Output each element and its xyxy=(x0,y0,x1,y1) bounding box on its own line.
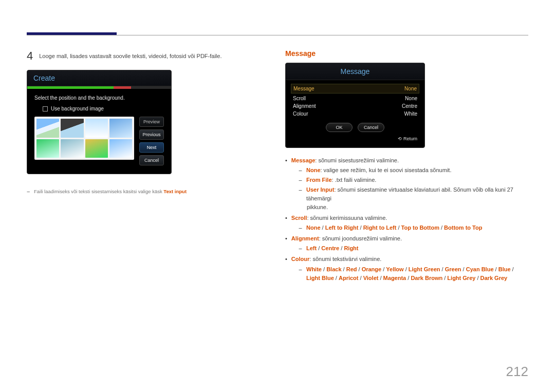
scroll-row[interactable]: Scroll None xyxy=(293,95,417,102)
row-value: Centre xyxy=(402,103,417,109)
return-button[interactable]: Return xyxy=(293,136,417,141)
create-panel-title: Create xyxy=(27,70,171,86)
row-label: Scroll xyxy=(293,96,306,101)
row-value: None xyxy=(404,86,417,91)
ok-button[interactable]: OK xyxy=(326,123,353,132)
row-value: White xyxy=(404,111,417,117)
section-heading: Message xyxy=(285,49,528,58)
alignment-options: Left / Centre / Right xyxy=(306,244,359,253)
footnote-text: Faili laadimiseks või teksti sisestamise… xyxy=(34,189,163,194)
message-panel-title: Message xyxy=(286,63,424,80)
row-label: Colour xyxy=(293,111,308,117)
left-column: 4 Looge mall, lisades vastavalt soovile … xyxy=(27,49,270,283)
row-label: Message xyxy=(293,86,314,91)
step-number: 4 xyxy=(27,49,33,63)
checkbox-icon xyxy=(43,106,48,111)
background-thumbnails[interactable] xyxy=(34,117,134,160)
step-4: 4 Looge mall, lisades vastavalt soovile … xyxy=(27,49,270,63)
cancel-button[interactable]: Cancel xyxy=(358,123,384,132)
row-label: Alignment xyxy=(293,103,316,109)
message-panel: Message Message None Scroll None Alignme… xyxy=(285,63,425,148)
next-button[interactable]: Next xyxy=(139,142,164,153)
step-text: Looge mall, lisades vastavalt soovile te… xyxy=(39,49,221,60)
page-number: 212 xyxy=(506,364,528,380)
create-subheading: Select the position and the background. xyxy=(34,95,164,101)
footnote-highlight: Text input xyxy=(163,189,187,194)
create-panel: Create Select the position and the backg… xyxy=(27,70,172,174)
right-column: Message Message Message None Scroll None… xyxy=(285,49,528,283)
colour-options: White / Black / Red / Orange / Yellow / … xyxy=(306,265,528,283)
description-list: Message: sõnumi sisestusrežiimi valimine… xyxy=(285,156,528,283)
use-background-checkbox[interactable]: Use background image xyxy=(34,106,164,111)
header-rule xyxy=(27,35,528,35)
row-value: None xyxy=(405,96,417,101)
scroll-options: None / Left to Right / Right to Left / T… xyxy=(306,223,482,232)
alignment-row[interactable]: Alignment Centre xyxy=(293,102,417,110)
colour-row[interactable]: Colour White xyxy=(293,110,417,118)
message-row-selected[interactable]: Message None xyxy=(291,84,419,94)
footnote: ‒ Faili laadimiseks või teksti sisestami… xyxy=(27,189,270,194)
preview-button[interactable]: Preview xyxy=(139,117,164,127)
cancel-button[interactable]: Cancel xyxy=(139,155,164,165)
previous-button[interactable]: Previous xyxy=(139,129,164,140)
checkbox-label: Use background image xyxy=(51,106,104,111)
